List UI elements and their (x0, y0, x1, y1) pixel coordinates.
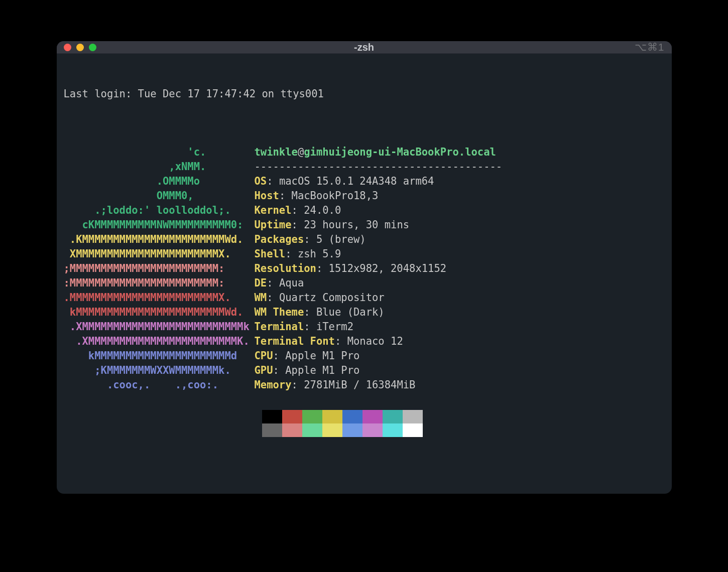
info-line: Memory: 2781MiB / 16384MiB (255, 378, 665, 392)
minimize-icon[interactable] (76, 44, 84, 51)
info-key: CPU (255, 350, 273, 362)
logo-line: XMMMMMMMMMMMMMMMMMMMMMMMX. (64, 247, 255, 261)
neofetch-row: cKMMMMMMMMMMNWMMMMMMMMMM0: Uptime: 23 ho… (64, 218, 665, 232)
neofetch-row: OMMM0, Host: MacBookPro18,3 (64, 189, 665, 203)
last-login-line: Last login: Tue Dec 17 17:47:42 on ttys0… (64, 87, 665, 101)
logo-line: ,xNMM. (64, 160, 255, 174)
info-line: GPU: Apple M1 Pro (255, 363, 665, 378)
neofetch-row: XMMMMMMMMMMMMMMMMMMMMMMMX. Shell: zsh 5.… (64, 247, 665, 261)
info-value: 1512x982, 2048x1152 (329, 262, 447, 274)
logo-line: .cooc,. .,coo:. (64, 378, 255, 392)
logo-line: .KMMMMMMMMMMMMMMMMMMMMMMMWd. (64, 232, 255, 247)
color-swatches-row-1 (64, 407, 665, 423)
titlebar: -zsh ⌥⌘1 (57, 41, 672, 54)
color-swatch (302, 410, 322, 423)
info-line: CPU: Apple M1 Pro (255, 349, 665, 363)
neofetch-output: 'c. twinkle@gimhuijeong-ui-MacBookPro.lo… (64, 145, 665, 438)
info-value: Apple M1 Pro (285, 350, 359, 362)
info-line: Terminal: iTerm2 (255, 320, 665, 334)
info-value: Aqua (279, 277, 304, 289)
info-line: twinkle@gimhuijeong-ui-MacBookPro.local (255, 145, 665, 160)
info-key: Host (255, 190, 279, 202)
info-key: WM (255, 292, 267, 304)
logo-line: ;KMMMMMMMWXXWMMMMMMMk. (64, 363, 255, 378)
color-swatch (383, 410, 403, 423)
neofetch-row: .KMMMMMMMMMMMMMMMMMMMMMMMWd. Packages: 5… (64, 232, 665, 247)
color-swatches-row-2 (64, 423, 665, 438)
color-swatch (403, 410, 423, 423)
neofetch-row: ;MMMMMMMMMMMMMMMMMMMMMMMM: Resolution: 1… (64, 261, 665, 276)
info-key: Memory (255, 379, 292, 391)
neofetch-row: kMMMMMMMMMMMMMMMMMMMMMMMMWd. WM Theme: B… (64, 305, 665, 320)
color-swatch (262, 423, 282, 437)
neofetch-row: 'c. twinkle@gimhuijeong-ui-MacBookPro.lo… (64, 145, 665, 160)
info-line: WM: Quartz Compositor (255, 291, 665, 305)
logo-line: kMMMMMMMMMMMMMMMMMMMMMMd (64, 349, 255, 363)
window-title: -zsh (57, 42, 672, 53)
info-value: zsh 5.9 (298, 248, 341, 260)
neofetch-row: .cooc,. .,coo:. Memory: 2781MiB / 16384M… (64, 378, 665, 392)
neofetch-row: :MMMMMMMMMMMMMMMMMMMMMMMM: DE: Aqua (64, 276, 665, 291)
info-value: MacBookPro18,3 (292, 190, 379, 202)
color-swatch (322, 410, 342, 423)
color-swatch (262, 410, 282, 423)
info-key: Packages (255, 233, 304, 245)
color-swatch (342, 410, 362, 423)
logo-line: .XMMMMMMMMMMMMMMMMMMMMMMMMK. (64, 334, 255, 349)
info-value: Quartz Compositor (279, 292, 385, 304)
neofetch-row: .XMMMMMMMMMMMMMMMMMMMMMMMMK.Terminal Fon… (64, 334, 665, 349)
info-line: Shell: zsh 5.9 (255, 247, 665, 261)
close-icon[interactable] (64, 44, 71, 51)
titlebar-shortcut-hint: ⌥⌘1 (635, 41, 665, 53)
neofetch-row: ,xNMM. ---------------------------------… (64, 160, 665, 174)
info-key: Shell (255, 248, 286, 260)
color-swatch (362, 410, 383, 423)
info-key: DE (255, 277, 267, 289)
info-line: ---------------------------------------- (255, 160, 665, 174)
info-line: Packages: 5 (brew) (255, 232, 665, 247)
color-swatch (302, 423, 322, 437)
neofetch-row: .XMMMMMMMMMMMMMMMMMMMMMMMMMMkTerminal: i… (64, 320, 665, 334)
neofetch-row: .MMMMMMMMMMMMMMMMMMMMMMMMX. WM: Quartz C… (64, 291, 665, 305)
info-value: 24.0.0 (304, 204, 341, 216)
info-line: Uptime: 23 hours, 30 mins (255, 218, 665, 232)
info-line: OS: macOS 15.0.1 24A348 arm64 (255, 174, 665, 189)
color-swatch (342, 423, 362, 437)
terminal-window: -zsh ⌥⌘1 Last login: Tue Dec 17 17:47:42… (57, 41, 672, 494)
info-key: Terminal (255, 321, 304, 333)
neofetch-row: kMMMMMMMMMMMMMMMMMMMMMMd CPU: Apple M1 P… (64, 349, 665, 363)
info-value: Monaco 12 (347, 335, 403, 347)
logo-line: :MMMMMMMMMMMMMMMMMMMMMMMM: (64, 276, 255, 291)
userhost-host: gimhuijeong-ui-MacBookPro.local (304, 146, 496, 158)
logo-line: .MMMMMMMMMMMMMMMMMMMMMMMMX. (64, 291, 255, 305)
info-key: Resolution (255, 262, 316, 274)
neofetch-row: ;KMMMMMMMWXXWMMMMMMMk. GPU: Apple M1 Pro (64, 363, 665, 378)
info-value: iTerm2 (316, 321, 353, 333)
info-value: 2781MiB / 16384MiB (304, 379, 415, 391)
logo-line: OMMM0, (64, 189, 255, 203)
blank-row (64, 392, 665, 407)
maximize-icon[interactable] (89, 44, 96, 51)
info-value: Blue (Dark) (316, 306, 385, 318)
color-swatch (282, 410, 302, 423)
logo-line: .XMMMMMMMMMMMMMMMMMMMMMMMMMMk (64, 320, 255, 334)
color-swatch (322, 423, 342, 437)
info-key: Uptime (255, 219, 292, 231)
info-line: Resolution: 1512x982, 2048x1152 (255, 261, 665, 276)
terminal-body[interactable]: Last login: Tue Dec 17 17:47:42 on ttys0… (57, 54, 672, 494)
info-line: Terminal Font: Monaco 12 (255, 334, 665, 349)
info-key: Kernel (255, 204, 292, 216)
info-line: DE: Aqua (255, 276, 665, 291)
info-line: WM Theme: Blue (Dark) (255, 305, 665, 320)
userhost-user: twinkle (255, 146, 298, 158)
info-value: Apple M1 Pro (285, 364, 359, 376)
neofetch-row: .;loddo:' loolloddol;. Kernel: 24.0.0 (64, 203, 665, 218)
info-key: Terminal Font (255, 335, 335, 347)
info-key: WM Theme (255, 306, 304, 318)
logo-line: ;MMMMMMMMMMMMMMMMMMMMMMMM: (64, 261, 255, 276)
info-line: Kernel: 24.0.0 (255, 203, 665, 218)
info-value: 23 hours, 30 mins (304, 219, 409, 231)
color-swatch (403, 423, 423, 437)
logo-line: kMMMMMMMMMMMMMMMMMMMMMMMMWd. (64, 305, 255, 320)
info-key: GPU (255, 364, 273, 376)
